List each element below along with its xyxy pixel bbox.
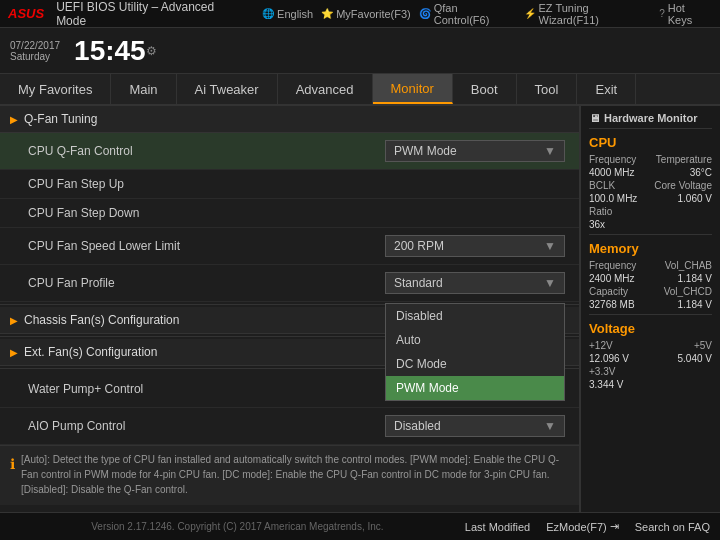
mem-volchab-value: 1.184 V xyxy=(678,273,712,284)
info-icon: ℹ xyxy=(10,454,15,475)
aio-pump-control-row[interactable]: AIO Pump Control Disabled ▼ xyxy=(0,408,579,445)
volt-12v-value: 12.096 V xyxy=(589,353,629,364)
volt-33v-value: 3.344 V xyxy=(589,379,623,390)
cpu-fan-profile-label: CPU Fan Profile xyxy=(28,276,385,290)
aio-pump-control-dropdown[interactable]: Disabled ▼ xyxy=(385,415,565,437)
datetime-bar: 07/22/2017 Saturday 15:45 ⚙ xyxy=(0,28,720,74)
top-bar-qfan[interactable]: 🌀 Qfan Control(F6) xyxy=(419,2,516,26)
dropdown-disabled[interactable]: Disabled xyxy=(386,304,564,328)
tab-exit[interactable]: Exit xyxy=(577,74,636,104)
chassis-expand-icon: ▶ xyxy=(10,315,18,326)
cpu-fan-speed-lower-limit-value: 200 RPM xyxy=(394,239,444,253)
ez-mode-btn[interactable]: EzMode(F7) ⇥ xyxy=(546,520,619,533)
tab-main[interactable]: Main xyxy=(111,74,176,104)
dropdown-auto[interactable]: Auto xyxy=(386,328,564,352)
day-display: Saturday xyxy=(10,51,60,62)
last-modified-btn[interactable]: Last Modified xyxy=(465,521,530,533)
mem-row-0: Frequency Vol_CHAB xyxy=(589,260,712,271)
info-text: [Auto]: Detect the type of CPU fan insta… xyxy=(21,452,569,497)
cpu-row-1: 4000 MHz 36°C xyxy=(589,167,712,178)
cpu-row-5: 36x xyxy=(589,219,712,230)
fan-icon: 🌀 xyxy=(419,8,431,19)
top-bar-english[interactable]: 🌐 English xyxy=(262,8,313,20)
tab-monitor[interactable]: Monitor xyxy=(373,74,453,104)
cpu-fan-profile-value: Standard xyxy=(394,276,443,290)
dropdown-arrow-icon3: ▼ xyxy=(544,276,556,290)
star-icon: ⭐ xyxy=(321,8,333,19)
volt-row-2: +3.3V xyxy=(589,366,712,377)
bottom-bar: Version 2.17.1246. Copyright (C) 2017 Am… xyxy=(0,512,720,540)
cpu-fan-profile-row[interactable]: CPU Fan Profile Standard ▼ xyxy=(0,265,579,302)
tab-advanced[interactable]: Advanced xyxy=(278,74,373,104)
tab-tool[interactable]: Tool xyxy=(517,74,578,104)
asus-logo: ASUS xyxy=(8,6,44,21)
cpu-qfan-control-dropdown[interactable]: PWM Mode ▼ xyxy=(385,140,565,162)
volt-row-1: 12.096 V 5.040 V xyxy=(589,353,712,364)
qfan-tuning-section[interactable]: ▶ Q-Fan Tuning xyxy=(0,106,579,133)
ez-mode-icon: ⇥ xyxy=(610,520,619,533)
tab-boot[interactable]: Boot xyxy=(453,74,517,104)
mem-cap-value: 32768 MB xyxy=(589,299,635,310)
cpu-temp-label: Temperature xyxy=(656,154,712,165)
tab-ai-tweaker[interactable]: Ai Tweaker xyxy=(177,74,278,104)
cpu-section-title: CPU xyxy=(589,135,712,150)
cpu-row-0: Frequency Temperature xyxy=(589,154,712,165)
top-bar: ASUS UEFI BIOS Utility – Advanced Mode 🌐… xyxy=(0,0,720,28)
search-faq-btn[interactable]: Search on FAQ xyxy=(635,521,710,533)
tab-my-favorites[interactable]: My Favorites xyxy=(0,74,111,104)
cpu-corevolt-label: Core Voltage xyxy=(654,180,712,191)
settings-icon[interactable]: ⚙ xyxy=(146,44,157,58)
dropdown-arrow-icon5: ▼ xyxy=(544,419,556,433)
aio-pump-control-label: AIO Pump Control xyxy=(28,419,385,433)
cpu-fan-speed-lower-limit-dropdown[interactable]: 200 RPM ▼ xyxy=(385,235,565,257)
volt-33v-label: +3.3V xyxy=(589,366,615,377)
monitor-icon: 🖥 xyxy=(589,112,600,124)
right-panel: 🖥 Hardware Monitor CPU Frequency Tempera… xyxy=(580,106,720,512)
voltage-section-title: Voltage xyxy=(589,321,712,336)
date-display: 07/22/2017 xyxy=(10,40,60,51)
qfan-tuning-label: Q-Fan Tuning xyxy=(24,112,97,126)
volt-5v-label: +5V xyxy=(694,340,712,351)
time-display: 15:45 xyxy=(74,37,146,65)
cpu-fan-step-up-label: CPU Fan Step Up xyxy=(28,177,565,191)
dropdown-pwm-mode[interactable]: PWM Mode xyxy=(386,376,564,400)
memory-section-title: Memory xyxy=(589,241,712,256)
help-icon: ? xyxy=(659,8,665,19)
dropdown-arrow-icon2: ▼ xyxy=(544,239,556,253)
chassis-fan-label: Chassis Fan(s) Configuration xyxy=(24,313,179,327)
cpu-row-3: 100.0 MHz 1.060 V xyxy=(589,193,712,204)
dropdown-arrow-icon: ▼ xyxy=(544,144,556,158)
top-bar-myfavorite[interactable]: ⭐ MyFavorite(F3) xyxy=(321,8,411,20)
cpu-corevolt-value: 1.060 V xyxy=(678,193,712,204)
pwm-dropdown-menu: Disabled Auto DC Mode PWM Mode xyxy=(385,303,565,401)
cpu-qfan-control-value: PWM Mode xyxy=(394,144,457,158)
cpu-fan-speed-lower-limit-row[interactable]: CPU Fan Speed Lower Limit 200 RPM ▼ xyxy=(0,228,579,265)
mem-row-3: 32768 MB 1.184 V xyxy=(589,299,712,310)
mem-volchcd-value: 1.184 V xyxy=(678,299,712,310)
cpu-row-2: BCLK Core Voltage xyxy=(589,180,712,191)
copyright-text: Version 2.17.1246. Copyright (C) 2017 Am… xyxy=(91,521,383,532)
cpu-fan-step-down-row[interactable]: CPU Fan Step Down xyxy=(0,199,579,228)
left-panel: ▶ Q-Fan Tuning CPU Q-Fan Control PWM Mod… xyxy=(0,106,580,512)
cpu-temp-value: 36°C xyxy=(690,167,712,178)
cpu-qfan-control-row[interactable]: CPU Q-Fan Control PWM Mode ▼ xyxy=(0,133,579,170)
top-bar-hotkeys[interactable]: ? Hot Keys xyxy=(659,2,712,26)
mem-volchab-label: Vol_CHAB xyxy=(665,260,712,271)
mem-volchcd-label: Vol_CHCD xyxy=(664,286,712,297)
top-bar-ez-tuning[interactable]: ⚡ EZ Tuning Wizard(F11) xyxy=(524,2,652,26)
hardware-monitor-title: 🖥 Hardware Monitor xyxy=(589,112,712,129)
mem-row-1: 2400 MHz 1.184 V xyxy=(589,273,712,284)
cpu-ratio-label: Ratio xyxy=(589,206,612,217)
mem-freq-label: Frequency xyxy=(589,260,636,271)
dropdown-dc-mode[interactable]: DC Mode xyxy=(386,352,564,376)
volt-row-3: 3.344 V xyxy=(589,379,712,390)
bios-title: UEFI BIOS Utility – Advanced Mode xyxy=(56,0,246,28)
cpu-freq-value: 4000 MHz xyxy=(589,167,635,178)
mem-cap-label: Capacity xyxy=(589,286,628,297)
volt-row-0: +12V +5V xyxy=(589,340,712,351)
cpu-fan-step-up-row[interactable]: CPU Fan Step Up xyxy=(0,170,579,199)
cpu-fan-profile-dropdown[interactable]: Standard ▼ xyxy=(385,272,565,294)
cpu-freq-label: Frequency xyxy=(589,154,636,165)
cpu-bclk-value: 100.0 MHz xyxy=(589,193,637,204)
cpu-fan-speed-lower-limit-label: CPU Fan Speed Lower Limit xyxy=(28,239,385,253)
